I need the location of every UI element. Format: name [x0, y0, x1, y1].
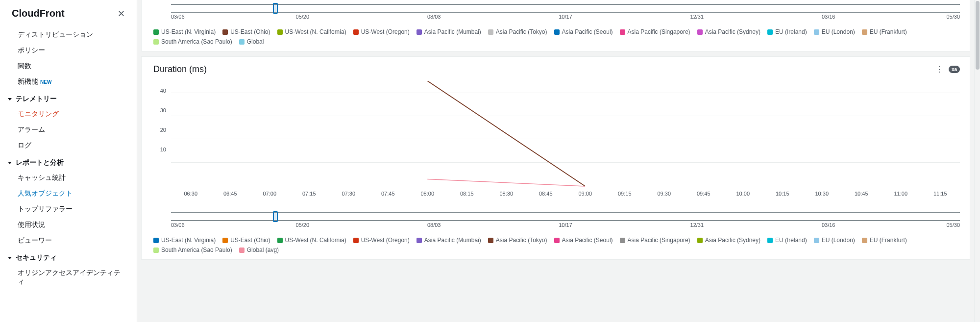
xa-pill[interactable]: xa	[949, 66, 960, 73]
sidebar-link[interactable]: 新機能NEW	[0, 74, 137, 90]
sidebar-link[interactable]: ディストリビューション	[0, 27, 137, 43]
brush-bar-top[interactable]: 03/0605/2008/0310/1712/3103/1605/30	[151, 0, 960, 23]
legend-item[interactable]: Asia Pacific (Sydney)	[697, 28, 760, 35]
sidebar: CloudFront ✕ ディストリビューションポリシー関数新機能NEWテレメト…	[0, 0, 137, 322]
sidebar-link[interactable]: アラーム	[0, 122, 137, 138]
sidebar-link[interactable]: ビューワー	[0, 233, 137, 248]
main-content: 03/0605/2008/0310/1712/3103/1605/30 US-E…	[137, 0, 974, 322]
kebab-menu-icon[interactable]: ⋮	[933, 63, 945, 76]
legend-item[interactable]: US-West (N. California)	[277, 28, 346, 35]
legend-item[interactable]: US-East (Ohio)	[222, 237, 270, 244]
legend-item[interactable]: US-West (N. California)	[277, 237, 346, 244]
legend-item[interactable]: South America (Sao Paulo)	[153, 38, 232, 45]
chart-panel-top: 03/0605/2008/0310/1712/3103/1605/30 US-E…	[141, 0, 970, 51]
legend-item[interactable]: US-East (N. Virginia)	[153, 237, 216, 244]
legend-item[interactable]: Asia Pacific (Singapore)	[620, 28, 690, 35]
chart-title-duration: Duration (ms)	[153, 64, 207, 74]
legend-top: US-East (N. Virginia)US-East (Ohio)US-We…	[142, 25, 970, 51]
sidebar-link[interactable]: 使用状況	[0, 217, 137, 233]
legend-item[interactable]: Asia Pacific (Tokyo)	[488, 237, 547, 244]
chart-plot-duration: 10203040 06:3006:4507:0007:1507:3007:450…	[151, 81, 960, 208]
legend-item[interactable]: Asia Pacific (Singapore)	[620, 237, 690, 244]
legend-item[interactable]: EU (Frankfurt)	[862, 237, 907, 244]
legend-item[interactable]: Asia Pacific (Sydney)	[697, 237, 760, 244]
legend-item[interactable]: Global (avg)	[239, 247, 279, 253]
legend-item[interactable]: EU (Frankfurt)	[862, 28, 907, 35]
legend-item[interactable]: US-West (Oregon)	[353, 237, 410, 244]
legend-item[interactable]: Global	[239, 38, 264, 45]
legend-item[interactable]: EU (Ireland)	[767, 28, 807, 35]
legend-item[interactable]: Asia Pacific (Seoul)	[554, 237, 613, 244]
sidebar-link[interactable]: ポリシー	[0, 43, 137, 58]
legend-item[interactable]: US-East (Ohio)	[222, 28, 270, 35]
legend-item[interactable]: US-West (Oregon)	[353, 28, 410, 35]
close-icon[interactable]: ✕	[118, 8, 125, 19]
legend-duration: US-East (N. Virginia)US-East (Ohio)US-We…	[142, 234, 970, 259]
sidebar-nav: ディストリビューションポリシー関数新機能NEWテレメトリーモニタリングアラームロ…	[0, 23, 137, 299]
legend-item[interactable]: Asia Pacific (Mumbai)	[416, 28, 481, 35]
sidebar-link[interactable]: オリジンアクセスアイデンティティ	[0, 265, 137, 290]
legend-item[interactable]: US-East (N. Virginia)	[153, 28, 216, 35]
legend-item[interactable]: Asia Pacific (Mumbai)	[416, 237, 481, 244]
sidebar-link[interactable]: キャッシュ統計	[0, 170, 137, 186]
brush-bar-duration[interactable]: 03/0605/2008/0310/1712/3103/1605/30	[151, 208, 960, 231]
brush-handle[interactable]	[273, 211, 278, 222]
sidebar-title: CloudFront	[12, 8, 65, 19]
legend-item[interactable]: EU (Ireland)	[767, 237, 807, 244]
brush-handle[interactable]	[273, 3, 278, 14]
legend-item[interactable]: EU (London)	[814, 237, 855, 244]
sidebar-section-header[interactable]: レポートと分析	[0, 153, 137, 170]
legend-item[interactable]: South America (Sao Paulo)	[153, 247, 232, 253]
chart-panel-duration: Duration (ms) ⋮ xa 10203040 06:3006:4507…	[141, 56, 970, 260]
sidebar-section-header[interactable]: セキュリティ	[0, 248, 137, 265]
legend-item[interactable]: EU (London)	[814, 28, 855, 35]
sidebar-link[interactable]: 人気オブジェクト	[0, 186, 137, 201]
sidebar-link[interactable]: モニタリング	[0, 106, 137, 122]
scrollbar[interactable]	[974, 0, 980, 322]
sidebar-link[interactable]: トップリファラー	[0, 201, 137, 217]
sidebar-section-header[interactable]: テレメトリー	[0, 90, 137, 106]
legend-item[interactable]: Asia Pacific (Tokyo)	[488, 28, 547, 35]
sidebar-link[interactable]: ログ	[0, 138, 137, 153]
sidebar-link[interactable]: 関数	[0, 58, 137, 74]
legend-item[interactable]: Asia Pacific (Seoul)	[554, 28, 613, 35]
